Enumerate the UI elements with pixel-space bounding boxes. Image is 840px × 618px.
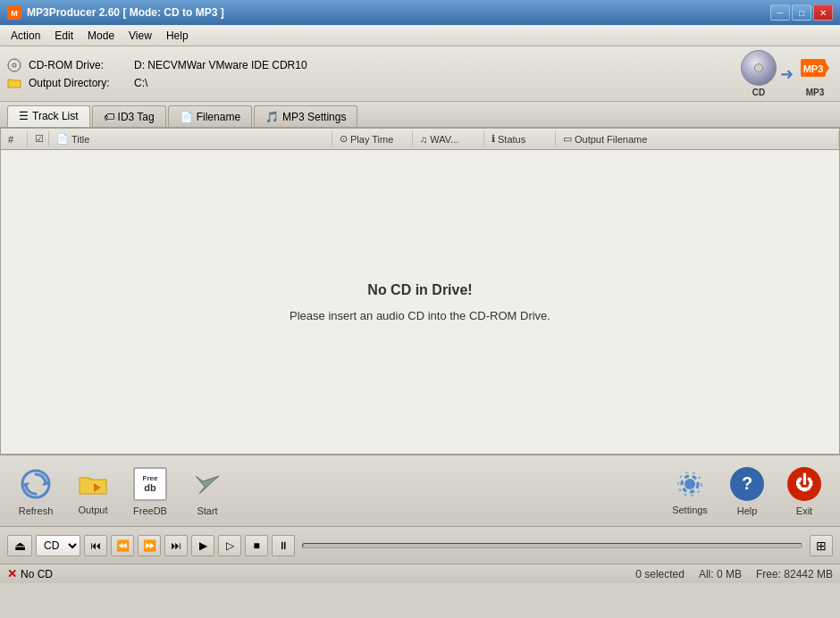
table-header: # ☑ 📄 Title ⊙ Play Time ♫ WAV... ℹ Statu… [1, 129, 839, 150]
refresh-icon [18, 466, 54, 502]
svg-text:MP3: MP3 [803, 63, 824, 74]
output-label: Output [78, 505, 107, 515]
tab-content: # ☑ 📄 Title ⊙ Play Time ♫ WAV... ℹ Statu… [0, 129, 840, 455]
output-dir-value: C:\ [134, 77, 147, 89]
freedb-label: FreeDB [133, 505, 167, 516]
output-button[interactable]: Output [68, 464, 118, 519]
play-button[interactable]: ▶ [191, 535, 214, 556]
close-button[interactable]: ✕ [813, 4, 833, 21]
convert-arrow-icon: ➜ [780, 64, 794, 84]
tab-id3-tag[interactable]: 🏷 ID3 Tag [92, 105, 166, 127]
no-cd-status: ✕ No CD [7, 567, 53, 580]
tab-filename[interactable]: 📄 Filename [168, 105, 252, 127]
tab-filename-icon: 📄 [180, 111, 193, 123]
tab-track-list-icon: ☰ [19, 110, 29, 122]
settings-icon [673, 467, 707, 501]
grid-button[interactable]: ⊞ [810, 535, 833, 556]
help-button[interactable]: ? Help [722, 463, 772, 520]
tab-track-list-label: Track List [32, 110, 79, 122]
play-alt-button[interactable]: ▷ [218, 535, 241, 556]
tabs-bar: ☰ Track List 🏷 ID3 Tag 📄 Filename 🎵 MP3 … [0, 102, 840, 129]
prev-button[interactable]: ⏪ [111, 535, 134, 556]
info-bar: CD-ROM Drive: D: NECVMWar VMware IDE CDR… [0, 46, 840, 102]
svg-text:M: M [11, 9, 18, 18]
col-header-hash: # [1, 131, 28, 146]
check-icon: ☑ [35, 133, 44, 145]
exit-label: Exit [796, 505, 812, 516]
help-icon: ? [729, 466, 765, 502]
content-area: No CD in Drive! Please insert an audio C… [1, 150, 839, 454]
status-info: 0 selected All: 0 MB Free: 82442 MB [635, 568, 833, 580]
output-dir-row: Output Directory: C:\ [7, 76, 307, 90]
hash-label: # [8, 134, 13, 145]
info-fields: CD-ROM Drive: D: NECVMWar VMware IDE CDR… [7, 58, 307, 90]
start-button[interactable]: Start [182, 463, 232, 520]
status-label: Status [498, 134, 525, 145]
no-cd-title: No CD in Drive! [367, 282, 472, 298]
menu-mode[interactable]: Mode [80, 28, 122, 44]
col-header-status: ℹ Status [484, 131, 556, 146]
refresh-button[interactable]: Refresh [11, 463, 61, 520]
app-icon: M [7, 5, 21, 20]
no-cd-message: Please insert an audio CD into the CD-RO… [290, 309, 550, 322]
all-size: All: 0 MB [699, 568, 742, 580]
col-header-playtime: ⊙ Play Time [332, 131, 413, 146]
col-header-output: ▭ Output Filename [556, 131, 839, 146]
output-icon [76, 467, 110, 501]
file-icon: 📄 [56, 133, 69, 145]
svg-point-2 [8, 59, 21, 71]
wav-icon: ♫ [420, 134, 427, 145]
mp3-icon: MP3 [797, 50, 833, 86]
minimize-button[interactable]: ─ [770, 4, 790, 21]
menu-bar: Action Edit Mode View Help [0, 25, 840, 46]
menu-edit[interactable]: Edit [47, 28, 80, 44]
output-dir-label: Output Directory: [29, 77, 127, 89]
transport-bar: ⏏ CD ⏮ ⏪ ⏩ ⏭ ▶ ▷ ■ ⏸ ⊞ [0, 526, 840, 564]
no-cd-x-icon: ✕ [7, 567, 17, 580]
exit-icon: ⏻ [786, 466, 822, 502]
pause-button[interactable]: ⏸ [272, 535, 295, 556]
col-header-title: 📄 Title [49, 131, 332, 146]
clock-icon: ⊙ [340, 133, 348, 145]
start-label: Start [197, 505, 217, 516]
tab-mp3-settings[interactable]: 🎵 MP3 Settings [254, 105, 357, 127]
window-title: MP3Producer 2.60 [ Mode: CD to MP3 ] [27, 6, 770, 19]
tab-mp3-icon: 🎵 [265, 111, 279, 123]
help-label: Help [737, 505, 758, 516]
selected-count: 0 selected [635, 568, 685, 580]
output-dir-icon [7, 76, 21, 90]
cd-drive-label: CD-ROM Drive: [29, 59, 127, 71]
title-bar: M MP3Producer 2.60 [ Mode: CD to MP3 ] ─… [0, 0, 840, 25]
svg-point-3 [13, 63, 16, 67]
bottom-toolbar: Refresh Output Free db FreeDB [0, 455, 840, 526]
settings-button[interactable]: Settings [665, 464, 715, 519]
exit-button[interactable]: ⏻ Exit [779, 463, 829, 520]
title-label: Title [71, 134, 89, 145]
tab-track-list[interactable]: ☰ Track List [7, 105, 90, 127]
menu-view[interactable]: View [122, 28, 159, 44]
free-size: Free: 82442 MB [756, 568, 833, 580]
tab-id3-icon: 🏷 [104, 111, 114, 123]
wav-label: WAV... [430, 134, 458, 145]
menu-help[interactable]: Help [159, 28, 196, 44]
stop-button[interactable]: ■ [245, 535, 268, 556]
cd-label: CD [752, 88, 765, 97]
next-button[interactable]: ⏩ [138, 535, 161, 556]
settings-label: Settings [672, 505, 708, 515]
tab-filename-label: Filename [197, 111, 240, 123]
skip-back-button[interactable]: ⏮ [84, 535, 107, 556]
cd-disc-icon [741, 50, 777, 86]
cd-drive-value: D: NECVMWar VMware IDE CDR10 [134, 59, 307, 71]
cd-drive-icon [7, 58, 21, 72]
no-cd-status-label: No CD [21, 568, 53, 580]
output-icon: ▭ [563, 133, 572, 145]
progress-slider[interactable] [302, 543, 802, 548]
skip-forward-button[interactable]: ⏭ [164, 535, 188, 556]
maximize-button[interactable]: □ [792, 4, 811, 21]
freedb-button[interactable]: Free db FreeDB [125, 463, 175, 520]
menu-action[interactable]: Action [4, 28, 47, 44]
eject-button[interactable]: ⏏ [7, 535, 32, 556]
freedb-icon: Free db [132, 466, 168, 502]
status-bar: ✕ No CD 0 selected All: 0 MB Free: 82442… [0, 564, 840, 583]
drive-select[interactable]: CD [36, 535, 80, 556]
